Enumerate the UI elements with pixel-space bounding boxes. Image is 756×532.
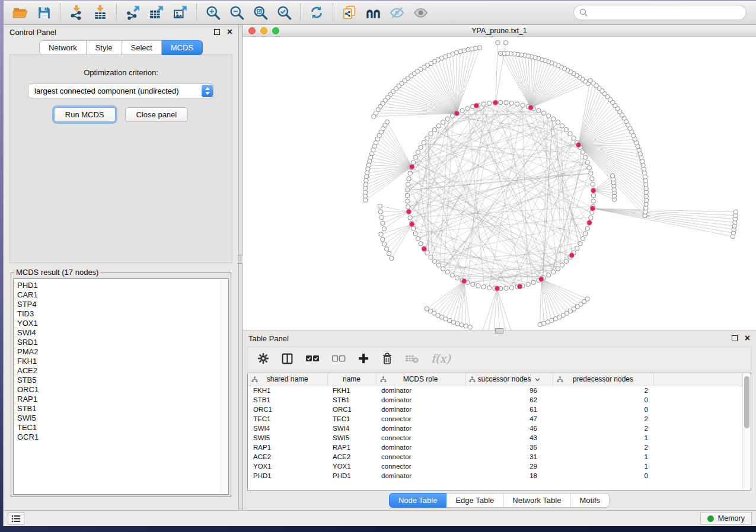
mcds-dominator-node[interactable] [539,277,544,282]
float-panel-icon[interactable] [214,29,220,35]
export-image-button[interactable] [168,2,192,23]
horizontal-splitter-grip[interactable] [495,328,503,334]
network-node[interactable] [450,273,454,277]
network-node[interactable] [591,182,595,186]
network-node[interactable] [503,41,508,45]
network-node[interactable] [560,124,564,128]
network-node[interactable] [429,132,433,136]
network-node[interactable] [406,199,410,203]
zoom-fit-button[interactable] [248,2,272,23]
network-node[interactable] [564,259,568,263]
network-node[interactable] [406,188,410,192]
column-header-MCDS-role[interactable]: MCDS role [376,373,465,386]
network-node[interactable] [382,242,387,246]
network-node[interactable] [591,199,595,203]
network-node[interactable] [429,255,433,259]
network-node[interactable] [379,232,383,236]
table-row[interactable]: YOX1YOX1connector291 [248,462,742,471]
network-node[interactable] [588,78,592,82]
scrollbar-thumb[interactable] [744,376,749,428]
network-node[interactable] [445,270,449,274]
mcds-result-item[interactable]: SWI4 [17,328,221,338]
network-node[interactable] [556,267,560,271]
minimize-window-icon[interactable] [260,27,267,34]
run-mcds-button[interactable]: Run MCDS [54,107,116,122]
network-node[interactable] [422,140,426,145]
delete-table-button[interactable] [405,353,419,364]
tab-node-table[interactable]: Node Table [389,493,447,508]
network-node[interactable] [578,242,582,246]
table-row[interactable]: TEC1TEC1connector472 [248,414,742,424]
network-node[interactable] [564,127,568,132]
network-node[interactable] [521,103,525,107]
network-node[interactable] [382,227,386,231]
network-node[interactable] [504,286,508,290]
network-node[interactable] [531,280,535,284]
table-row[interactable]: FKH1FKH1dominator962 [248,386,742,395]
network-node[interactable] [591,193,595,197]
show-all-button[interactable] [409,2,432,23]
network-node[interactable] [381,221,385,225]
network-node[interactable] [580,236,585,241]
network-node[interactable] [460,323,464,327]
mcds-result-item[interactable]: SWI5 [17,414,221,423]
zoom-selected-button[interactable] [272,2,296,23]
network-node[interactable] [590,177,594,181]
network-node[interactable] [585,226,589,230]
network-node[interactable] [406,204,410,209]
network-node[interactable] [610,174,614,178]
add-column-button[interactable] [358,352,369,364]
network-node[interactable] [416,236,420,241]
network-node[interactable] [390,256,394,260]
network-node[interactable] [381,237,385,241]
network-node[interactable] [419,145,423,149]
network-node[interactable] [580,150,585,154]
network-node[interactable] [460,108,464,113]
network-node[interactable] [733,210,738,214]
mcds-result-item[interactable]: SRD1 [17,338,221,347]
mcds-dominator-node[interactable] [495,286,500,291]
tab-edge-table[interactable]: Edge Table [446,493,503,508]
network-node[interactable] [387,252,391,256]
mcds-dominator-node[interactable] [406,209,412,214]
memory-button[interactable]: Memory [700,512,752,525]
network-node[interactable] [413,232,417,236]
table-row[interactable]: ORC1ORC1dominator610 [248,405,742,414]
network-node[interactable] [445,117,449,121]
network-node[interactable] [476,284,480,288]
network-node[interactable] [585,161,589,165]
network-node[interactable] [363,198,367,202]
criterion-select[interactable]: largest connected component (undirected) [28,84,214,98]
network-node[interactable] [568,132,572,136]
mcds-result-item[interactable]: RAP1 [17,395,221,404]
panel-menu-button[interactable] [8,512,24,525]
tab-mcds[interactable]: MCDS [162,40,203,55]
network-node[interactable] [589,171,593,175]
tab-network[interactable]: Network [39,40,87,55]
mcds-dominator-node[interactable] [474,103,479,108]
tab-network-table[interactable]: Network Table [503,493,570,508]
table-row[interactable]: ACE2ACE2connector311 [248,452,742,462]
network-node[interactable] [560,263,564,267]
network-node[interactable] [441,120,445,124]
network-node[interactable] [481,102,486,106]
network-node[interactable] [455,322,460,326]
maximize-window-icon[interactable] [272,27,279,34]
mcds-result-item[interactable]: CAR1 [17,290,221,300]
mcds-dominator-node[interactable] [493,100,499,105]
network-node[interactable] [498,51,502,55]
network-node[interactable] [407,177,411,181]
table-row[interactable]: SWI5SWI5connector431 [248,433,742,443]
import-table-button[interactable] [88,2,112,23]
network-node[interactable] [432,259,436,263]
column-header-name[interactable]: name [327,373,376,386]
network-node[interactable] [496,40,500,44]
mcds-dominator-node[interactable] [409,164,414,169]
network-node[interactable] [515,102,519,106]
export-table-button[interactable] [145,2,168,23]
network-node[interactable] [464,324,468,328]
mcds-dominator-node[interactable] [590,206,595,211]
deselect-all-rows-button[interactable] [331,354,346,363]
search-field[interactable] [573,5,747,20]
network-node[interactable] [468,325,472,329]
